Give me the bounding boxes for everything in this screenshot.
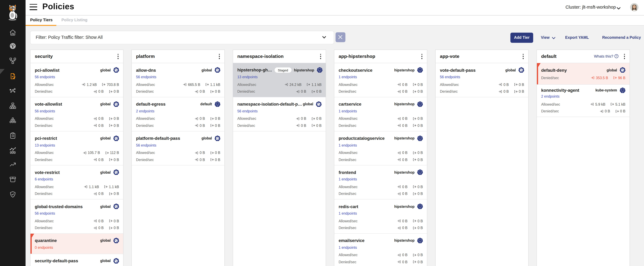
svg-text:ns: ns — [420, 242, 420, 243]
svg-text:ns: ns — [622, 91, 623, 92]
svg-text:ns: ns — [217, 105, 218, 106]
svg-text:ns: ns — [420, 71, 420, 72]
svg-text:ns: ns — [420, 208, 420, 208]
svg-text:ns: ns — [420, 173, 420, 174]
svg-text:ns: ns — [420, 105, 420, 106]
svg-text:ns: ns — [420, 139, 420, 140]
svg-text:?: ? — [616, 55, 617, 58]
svg-text:ns: ns — [319, 71, 320, 72]
